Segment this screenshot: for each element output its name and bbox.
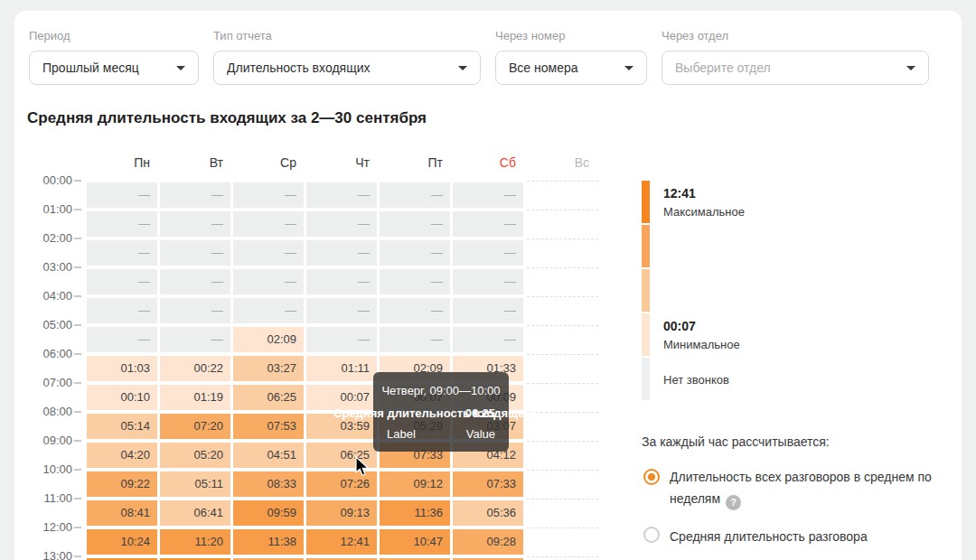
heatmap-cell[interactable]: 02:09 [233,327,304,352]
empty-column-gridline [527,383,598,384]
heatmap-cell[interactable]: — [453,182,523,208]
day-header-Вс: Вс [526,156,596,170]
heatmap-cell[interactable]: 00:10 [87,385,157,410]
empty-column-gridline [527,499,598,499]
day-header-Пт: Пт [380,156,450,170]
heatmap-cell[interactable]: — [306,269,377,294]
heatmap-cell[interactable]: — [160,298,230,323]
radio-avg-conversation[interactable] [643,527,660,543]
legend-min-label: Минимальное [663,338,740,351]
heatmap-cell[interactable]: 09:22 [87,471,157,497]
tooltip-metric: Средняя длительность входящего: [333,406,540,420]
radio-avg-all-calls-label[interactable]: Длительность всех разговоров в среднем п… [670,466,941,510]
heatmap-cell[interactable]: — [453,327,523,352]
hour-tick [74,440,81,442]
heatmap-cell[interactable]: — [87,327,157,352]
heatmap-cell[interactable]: — [160,211,230,237]
heatmap-cell[interactable]: — [306,211,377,237]
heatmap-cell[interactable]: 09:12 [380,471,450,497]
heatmap-cell[interactable]: 01:19 [160,385,230,410]
empty-column-gridline [527,354,598,355]
day-header-Чт: Чт [306,156,377,170]
hour-tick [74,238,81,239]
heatmap-cell[interactable]: — [87,269,157,294]
heatmap-cell[interactable]: 05:36 [453,500,523,526]
heatmap-cell[interactable]: — [160,182,230,208]
empty-column-gridline [527,470,598,471]
heatmap-cell[interactable]: — [306,327,377,352]
radio-avg-conversation-label[interactable]: Средняя длительность разговора [670,526,959,547]
heatmap-cell[interactable]: — [87,211,157,237]
empty-column-gridline [527,238,598,239]
heatmap-cell[interactable]: 09:13 [306,500,377,526]
heatmap-cell[interactable]: — [380,240,450,266]
hour-tick [74,469,81,471]
heatmap-cell[interactable]: 01:11 [306,356,377,381]
heatmap-cell[interactable]: 10:47 [380,529,450,555]
heatmap-cell[interactable]: — [87,182,157,208]
heatmap-cell[interactable]: — [453,298,523,323]
legend-swatch [642,358,650,400]
heatmap-cell[interactable]: 05:20 [160,443,230,468]
day-header-Пн: Пн [87,156,157,170]
heatmap-cell[interactable]: — [380,211,450,237]
hour-label: 07:00 [27,377,72,389]
heatmap-cell[interactable]: — [453,211,523,237]
heatmap-cell[interactable]: — [87,298,157,323]
heatmap-cell[interactable]: — [380,269,450,294]
empty-column-gridline [527,325,598,326]
heatmap-cell[interactable]: 06:25 [233,385,304,410]
heatmap-cell[interactable]: — [233,182,304,208]
heatmap-cell[interactable]: 08:33 [233,471,304,497]
heatmap-cell[interactable]: 07:53 [233,414,304,439]
heatmap-cell[interactable]: — [453,269,523,294]
heatmap-cell[interactable]: 09:28 [453,529,523,555]
heatmap-cell[interactable]: 11:36 [380,500,450,526]
heatmap-cell[interactable]: 05:11 [160,471,230,497]
legend-swatch [642,313,650,356]
heatmap-cell[interactable]: 07:20 [160,414,230,439]
heatmap-cell[interactable]: — [380,182,450,208]
hour-tick [74,324,81,326]
heatmap-cell[interactable]: 05:14 [87,414,157,439]
heatmap-cell[interactable]: 04:51 [233,443,304,468]
hour-label: 05:00 [27,319,72,331]
help-icon[interactable]: ? [726,495,741,510]
radio-avg-all-calls[interactable] [643,469,660,485]
heatmap-cell[interactable]: — [380,298,450,323]
heatmap-cell[interactable]: — [233,211,304,237]
heatmap-cell[interactable]: — [306,182,377,208]
legend-swatch [642,181,650,223]
heatmap-cell[interactable]: — [87,240,157,266]
hour-label: 13:00 [27,550,72,560]
hour-tick [74,295,81,297]
heatmap-cell[interactable]: 03:27 [233,356,304,381]
hour-tick [74,353,81,355]
heatmap-cell[interactable]: — [233,298,304,323]
heatmap-cell[interactable]: — [160,327,230,352]
heatmap-cell[interactable]: — [160,240,230,266]
heatmap-cell[interactable]: — [380,327,450,352]
heatmap-cell[interactable]: — [453,240,523,266]
tooltip-label-caption: Label [387,427,416,441]
heatmap-cell[interactable]: 01:03 [87,356,157,381]
legend-no-calls-label: Нет звонков [663,373,729,387]
heatmap-cell[interactable]: 04:20 [87,443,157,468]
heatmap-cell[interactable]: 07:33 [453,471,523,497]
heatmap-cell[interactable]: 11:20 [160,529,230,555]
heatmap-cell[interactable]: 10:24 [87,529,157,555]
heatmap-cell[interactable]: — [306,298,377,323]
heatmap-cell[interactable]: 11:38 [233,529,304,555]
hour-label: 08:00 [27,406,72,418]
heatmap-cell[interactable]: 08:41 [87,500,157,526]
heatmap-cell[interactable]: 00:22 [160,356,230,381]
tooltip-value: 06:25 [465,406,495,420]
heatmap-cell[interactable]: — [233,269,304,294]
heatmap-cell[interactable]: — [160,269,230,294]
cell-tooltip: Четверг, 09:00—10:00 Средняя длительност… [373,372,509,452]
heatmap-cell[interactable]: 06:41 [160,500,230,526]
heatmap-cell[interactable]: 12:41 [306,529,377,555]
heatmap-cell[interactable]: — [233,240,304,266]
heatmap-cell[interactable]: — [306,240,377,266]
heatmap-cell[interactable]: 09:59 [233,500,304,526]
